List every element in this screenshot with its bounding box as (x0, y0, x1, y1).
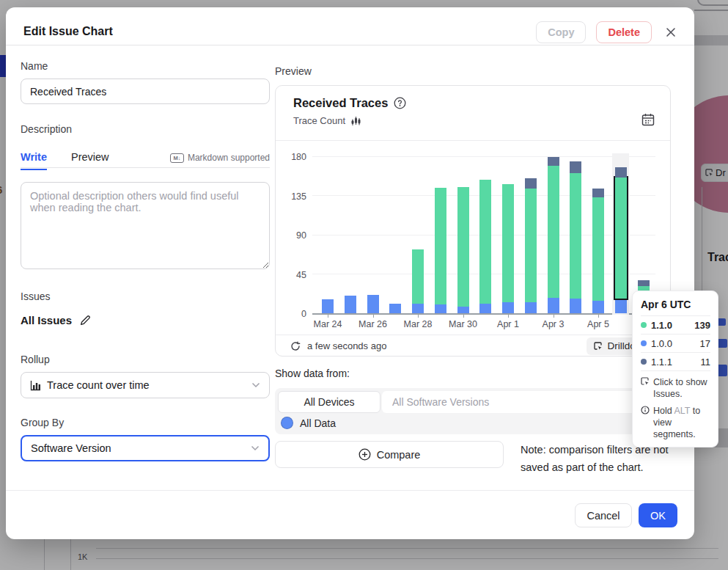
description-label: Description (21, 123, 72, 135)
cancel-button[interactable]: Cancel (575, 503, 632, 527)
bar-segment[interactable] (457, 307, 469, 314)
chart-tooltip: Apr 6 UTC 1.1.0 139 1.0.0 17 1.1.1 11 Cl… (632, 291, 718, 447)
bar-segment[interactable] (592, 189, 604, 197)
all-data-label: All Data (300, 417, 336, 429)
bar-segment[interactable] (412, 304, 424, 313)
bar-segment[interactable] (570, 173, 581, 299)
bar-segment[interactable] (435, 188, 446, 304)
x-tick (373, 315, 374, 318)
bar-segment[interactable] (345, 296, 356, 313)
name-input[interactable] (21, 78, 270, 104)
candlestick-chart-icon (350, 116, 361, 126)
bar-segment[interactable] (548, 166, 559, 298)
series-dot (641, 322, 647, 328)
help-icon[interactable] (394, 97, 406, 109)
bar-segment[interactable] (570, 299, 581, 313)
bar-segment[interactable] (479, 304, 491, 313)
bar-segment[interactable] (502, 184, 514, 302)
bar-segment[interactable] (502, 302, 514, 313)
software-versions-input[interactable] (382, 391, 668, 413)
copy-button[interactable]: Copy (536, 21, 586, 43)
y-tick-label: 180 (280, 152, 306, 162)
bar-segment[interactable] (525, 189, 537, 302)
chart-preview-card: Received Traces Trace Count 04590135180 … (275, 85, 671, 357)
preview-label: Preview (275, 65, 312, 77)
bar-segment[interactable] (592, 301, 604, 313)
bar-segment[interactable] (435, 304, 446, 313)
last-updated-text: a few seconds ago (307, 340, 386, 351)
markdown-icon: M↓ (170, 153, 184, 163)
y-tick-label: 135 (280, 191, 306, 202)
bar-segment[interactable] (389, 304, 401, 313)
chart-subtitle: Trace Count (293, 115, 345, 126)
description-textarea[interactable] (21, 182, 270, 269)
series-dot (641, 340, 647, 346)
x-tick (598, 315, 599, 318)
group-by-label: Group By (21, 417, 64, 428)
bar-segment-hovered[interactable] (615, 178, 627, 299)
bar-segment[interactable] (525, 302, 537, 313)
bar-segment[interactable] (525, 178, 537, 189)
header-divider (6, 45, 694, 45)
bar-segment[interactable] (570, 161, 581, 172)
bar-segment[interactable] (592, 197, 604, 301)
markdown-supported-hint: M↓ Markdown supported (170, 151, 270, 163)
compare-button[interactable]: Compare (275, 441, 504, 468)
bar-segment[interactable] (322, 299, 334, 313)
bar-segment[interactable] (548, 298, 559, 313)
bar-segment[interactable] (412, 249, 424, 304)
tab-preview[interactable]: Preview (71, 151, 109, 169)
x-tick-label: Apr 3 (532, 319, 576, 329)
name-label: Name (21, 60, 48, 72)
info-icon (641, 405, 650, 440)
calendar-icon[interactable] (641, 112, 655, 127)
x-tick (508, 315, 509, 318)
bar-segment[interactable] (548, 157, 559, 166)
edit-pencil-icon[interactable] (79, 314, 92, 326)
issues-label: Issues (21, 291, 50, 302)
tooltip-alt-hint: Hold ALT to view segments. (641, 405, 710, 440)
x-tick-label: Apr 1 (486, 319, 530, 329)
chart-title: Received Traces (293, 96, 388, 110)
tooltip-title: Apr 6 UTC (641, 299, 710, 316)
x-tick (328, 315, 328, 318)
x-tick-label: Mar 26 (351, 319, 395, 329)
tooltip-row: 1.0.0 17 (641, 335, 710, 353)
all-data-row[interactable]: All Data (278, 413, 668, 433)
x-tick (463, 315, 464, 318)
bar-segment[interactable] (457, 187, 469, 307)
tooltip-click-hint: Click to show Issues. (641, 376, 710, 400)
tooltip-row: 1.1.0 139 (641, 316, 710, 335)
bar-segment[interactable] (615, 299, 627, 313)
x-tick (554, 315, 554, 318)
all-devices-filter[interactable]: All Devices (278, 391, 380, 413)
tab-write[interactable]: Write (21, 151, 47, 170)
chart-plot[interactable] (312, 158, 655, 315)
bar-chart-icon (30, 380, 41, 391)
show-data-from-label: Show data from: (275, 368, 350, 379)
bar-segment[interactable] (615, 167, 627, 177)
bar-segment[interactable] (367, 295, 379, 313)
group-by-select[interactable]: Software Version (21, 435, 270, 461)
modal-title: Edit Issue Chart (23, 25, 113, 38)
bar-segment[interactable] (479, 180, 491, 304)
close-icon[interactable] (662, 23, 680, 41)
x-tick-label: Mar 28 (396, 319, 440, 329)
delete-button[interactable]: Delete (596, 21, 652, 43)
tooltip-row: 1.1.1 11 (641, 353, 710, 371)
chevron-down-icon (251, 445, 260, 451)
x-tick-label: Apr 5 (576, 319, 620, 329)
x-tick-label: Mar 30 (441, 319, 485, 329)
drilldown-cursor-icon (594, 342, 603, 351)
y-tick-label: 45 (280, 270, 306, 280)
refresh-icon[interactable] (290, 341, 301, 351)
footer-divider (6, 490, 694, 491)
rollup-select[interactable]: Trace count over time (21, 372, 270, 398)
bar-segment[interactable] (638, 280, 650, 286)
issues-value: All Issues (21, 314, 72, 326)
rollup-label: Rollup (21, 354, 50, 365)
group-by-value: Software Version (31, 442, 111, 454)
drilldown-cursor-icon (641, 376, 650, 400)
ok-button[interactable]: OK (639, 503, 677, 527)
screen: 6 Dr Trac 1K Edit Issue Chart Copy Delet… (0, 0, 728, 570)
